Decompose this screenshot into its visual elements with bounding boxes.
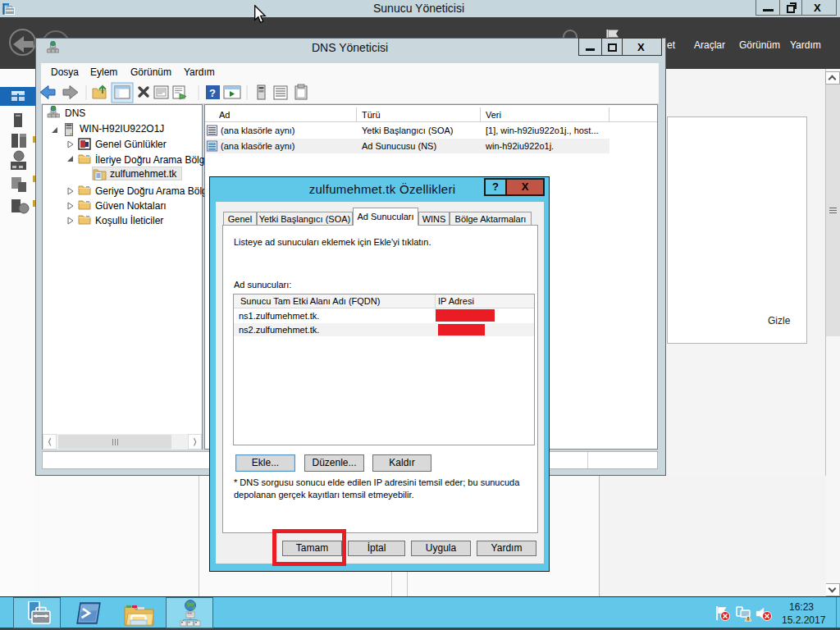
svg-text:?: ? xyxy=(209,87,216,99)
